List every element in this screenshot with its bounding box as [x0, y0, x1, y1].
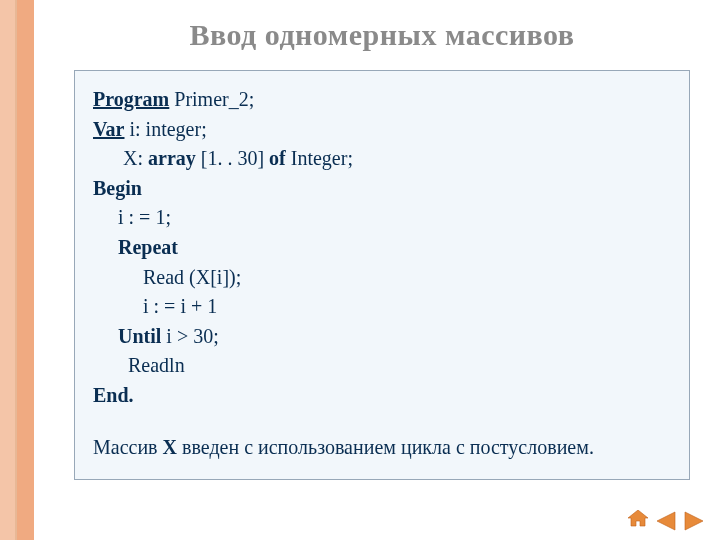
code-line: Program Primer_2;	[93, 85, 671, 115]
code-line: Until i > 30;	[93, 322, 671, 352]
code-line: Repeat	[93, 233, 671, 263]
content-area: Ввод одномерных массивов Program Primer_…	[34, 0, 720, 540]
triangle-right-icon	[683, 511, 705, 531]
code-line: X: array [1. . 30] of Integer;	[93, 144, 671, 174]
nav-buttons	[628, 510, 706, 532]
triangle-left-icon	[655, 511, 677, 531]
code-line: Begin	[93, 174, 671, 204]
footer-note: Массив X введен с использованием цикла с…	[93, 433, 671, 461]
next-button[interactable]	[682, 511, 706, 531]
svg-marker-1	[657, 512, 675, 530]
home-icon	[628, 510, 648, 528]
code-line: End.	[93, 381, 671, 411]
code-box: Program Primer_2; Var i: integer; X: arr…	[74, 70, 690, 480]
code-line: i : = 1;	[93, 203, 671, 233]
left-decorative-border	[0, 0, 34, 540]
code-line: Readln	[93, 351, 671, 381]
code-line: Var i: integer;	[93, 115, 671, 145]
prev-button[interactable]	[654, 511, 678, 531]
svg-marker-0	[628, 510, 648, 526]
svg-marker-2	[685, 512, 703, 530]
home-button[interactable]	[628, 510, 650, 532]
code-line: i : = i + 1	[93, 292, 671, 322]
code-line: Read (X[i]);	[93, 263, 671, 293]
slide-title: Ввод одномерных массивов	[74, 18, 690, 52]
